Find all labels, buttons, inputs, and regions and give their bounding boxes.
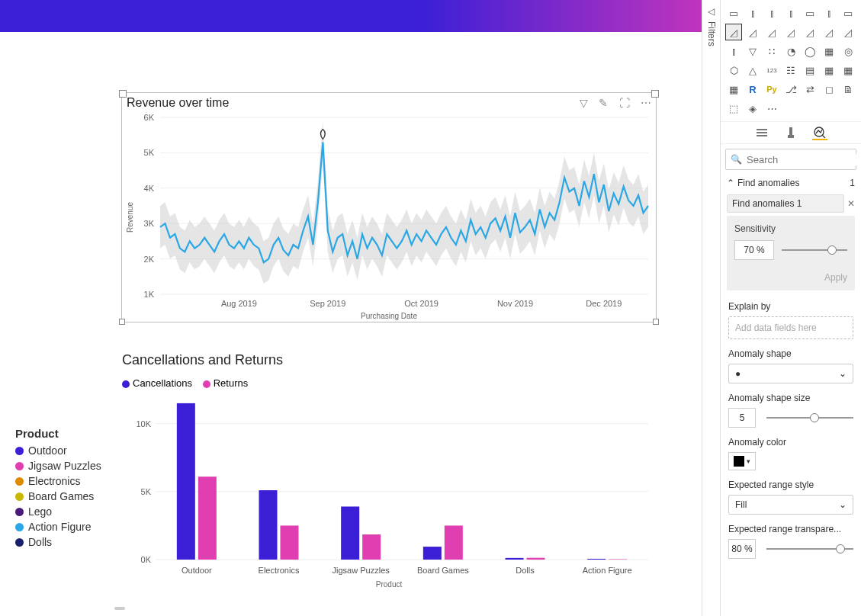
viz-type-icon[interactable]: 🗎 (840, 81, 856, 98)
viz-type-icon[interactable]: ◿ (802, 24, 818, 40)
svg-rect-46 (757, 135, 767, 136)
search-box[interactable]: 🔍 (725, 149, 856, 170)
search-input[interactable] (747, 154, 861, 165)
viz-type-icon[interactable]: ▭ (840, 5, 856, 21)
viz-type-icon[interactable]: ☷ (782, 62, 799, 79)
slicer-item-electronics[interactable]: Electronics (15, 475, 101, 487)
analytics-tab[interactable] (812, 125, 827, 140)
viz-type-icon[interactable]: ⬚ (725, 100, 742, 117)
viz-type-icon[interactable]: ◿ (821, 24, 837, 40)
slicer-item-lego[interactable]: Lego (15, 505, 101, 518)
viz-type-icon[interactable]: ◈ (744, 100, 761, 117)
slicer-item-jigsaw[interactable]: Jigsaw Puzzles (15, 460, 101, 472)
viz-type-icon[interactable]: ◿ (840, 24, 856, 40)
anomaly-shape-select[interactable]: ●⌄ (728, 364, 853, 383)
svg-rect-38 (527, 558, 545, 560)
horizontal-scroll-thumb[interactable] (114, 607, 125, 610)
apply-button[interactable]: Apply (734, 272, 847, 283)
svg-text:0K: 0K (141, 555, 152, 564)
fields-tab[interactable] (754, 125, 769, 140)
viz-type-icon[interactable]: △ (744, 62, 761, 79)
expand-filters-icon[interactable]: ◁ (708, 6, 715, 17)
svg-rect-37 (506, 558, 524, 560)
viz-type-icon[interactable]: ▦ (821, 62, 837, 79)
chevron-up-icon: ⌃ (727, 178, 734, 188)
viz-type-icon[interactable]: ⇄ (802, 81, 818, 98)
svg-text:Purchasing Date: Purchasing Date (361, 312, 417, 320)
viz-type-icon[interactable]: ◿ (763, 24, 780, 40)
format-tabs (721, 121, 861, 144)
bar-chart-plot: 0K5K10KOutdoorElectronicsJigsaw PuzzlesB… (122, 393, 656, 590)
svg-rect-47 (789, 127, 792, 135)
bar-chart-visual[interactable]: Cancellations and Returns Cancellations … (122, 352, 656, 596)
anomaly-instance-pill[interactable]: Find anomalies 1 (727, 194, 844, 213)
chart-title: Revenue over time (127, 96, 572, 110)
highlight-icon[interactable]: ✎ (599, 97, 608, 109)
report-canvas[interactable]: Product Outdoor Jigsaw Puzzles Electroni… (0, 32, 702, 616)
svg-text:6K: 6K (144, 113, 155, 122)
filters-pane-collapsed[interactable]: ◁ Filters (702, 0, 720, 616)
range-style-select[interactable]: Fill⌄ (728, 495, 853, 515)
line-chart-visual[interactable]: Revenue over time ▽ ✎ ⛶ ⋯ 1K2K3K4K5K6KRe… (122, 93, 656, 322)
viz-type-icon[interactable]: ▦ (725, 81, 742, 98)
svg-rect-29 (281, 525, 299, 560)
viz-type-icon[interactable]: 123 (763, 62, 780, 79)
viz-type-icon[interactable]: R (744, 81, 761, 98)
viz-type-icon[interactable]: ⫿ (782, 5, 799, 21)
viz-type-icon[interactable]: ▤ (802, 62, 818, 79)
bar-chart-legend: Cancellations Returns (122, 377, 656, 389)
svg-rect-34 (423, 547, 442, 560)
viz-type-icon[interactable]: ⋯ (763, 100, 780, 117)
viz-type-icon[interactable]: ◎ (840, 43, 856, 59)
viz-type-icon[interactable]: ⬡ (725, 62, 742, 79)
focus-mode-icon[interactable]: ⛶ (619, 97, 630, 109)
visualizations-pane: ▭⫿⫿⫿▭⫿▭◿◿◿◿◿◿◿⫿▽∷◔◯▦◎⬡△123☷▤▦▦▦RPy⎇⇄◻🗎⬚◈… (720, 0, 861, 616)
product-slicer[interactable]: Product Outdoor Jigsaw Puzzles Electroni… (15, 427, 101, 551)
viz-type-icon[interactable]: ◿ (725, 24, 742, 40)
find-anomalies-card-header[interactable]: ⌃ Find anomalies 1 (721, 175, 861, 191)
sensitivity-label: Sensitivity (734, 223, 847, 234)
viz-type-icon[interactable]: ▭ (802, 5, 818, 21)
viz-type-icon[interactable]: ▽ (744, 43, 761, 59)
viz-type-icon[interactable]: ⎇ (782, 81, 799, 98)
more-options-icon[interactable]: ⋯ (641, 97, 651, 109)
viz-type-icon[interactable]: Py (763, 81, 780, 98)
viz-type-icon[interactable]: ⫿ (821, 5, 837, 21)
viz-type-icon[interactable]: ▭ (725, 5, 742, 21)
viz-type-icon[interactable]: ◿ (782, 24, 799, 40)
explain-by-dropzone[interactable]: Add data fields here (728, 316, 853, 339)
svg-rect-45 (757, 132, 767, 133)
anomaly-size-slider[interactable] (766, 417, 853, 419)
viz-type-icon[interactable]: ⫿ (763, 5, 780, 21)
format-tab[interactable] (783, 125, 798, 140)
range-transparency-slider[interactable] (766, 548, 853, 550)
filter-icon[interactable]: ▽ (580, 97, 588, 109)
viz-type-icon[interactable]: ◔ (782, 43, 799, 59)
svg-rect-31 (341, 506, 359, 560)
range-style-label: Expected range style (728, 480, 853, 490)
viz-type-icon[interactable]: ▦ (821, 43, 837, 59)
slicer-item-dolls[interactable]: Dolls (15, 536, 101, 548)
anomaly-size-value[interactable]: 5 (728, 408, 756, 428)
sensitivity-value[interactable]: 70 % (734, 240, 774, 260)
svg-rect-28 (259, 490, 278, 560)
viz-type-icon[interactable]: ∷ (763, 43, 780, 59)
viz-type-icon[interactable]: ◿ (744, 24, 761, 40)
viz-type-icon[interactable]: ▦ (840, 62, 856, 79)
svg-text:Action Figure: Action Figure (583, 566, 632, 575)
slicer-item-outdoor[interactable]: Outdoor (15, 444, 101, 457)
viz-type-icon[interactable]: ⫿ (744, 5, 761, 21)
svg-text:5K: 5K (141, 487, 152, 496)
svg-text:4K: 4K (144, 184, 155, 193)
sensitivity-slider[interactable] (782, 249, 847, 251)
range-transparency-value[interactable]: 80 % (728, 539, 756, 559)
anomaly-color-picker[interactable]: ▾ (728, 452, 756, 470)
viz-type-icon[interactable]: ◯ (802, 43, 818, 59)
slicer-item-board-games[interactable]: Board Games (15, 490, 101, 502)
viz-type-icon[interactable]: ⫿ (725, 43, 742, 59)
sensitivity-group: Sensitivity 70 % Apply (727, 216, 855, 290)
search-icon: 🔍 (731, 154, 742, 165)
remove-anomaly-icon[interactable]: ✕ (847, 198, 855, 209)
slicer-item-action-figure[interactable]: Action Figure (15, 521, 101, 533)
viz-type-icon[interactable]: ◻ (821, 81, 837, 98)
